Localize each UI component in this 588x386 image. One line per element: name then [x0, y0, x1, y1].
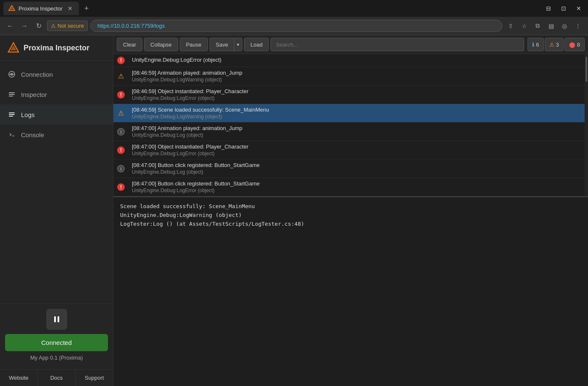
error-icon: ! [117, 57, 125, 64]
log-primary: [08:46:59] Animation played: animation_J… [132, 70, 581, 76]
security-badge: ⚠ Not secure [47, 21, 88, 31]
log-secondary: UnityEngine.Debug:Log (object) [132, 169, 581, 175]
save-button[interactable]: Save [210, 38, 234, 51]
log-entry[interactable]: ! [08:46:59] Object instantiated: Player… [113, 86, 585, 104]
tab-close-button[interactable]: ✕ [66, 5, 74, 12]
sidebar-item-inspector[interactable]: Inspector [0, 84, 113, 104]
log-secondary: UnityEngine.Debug:LogError (object) [132, 95, 581, 101]
log-entry-content: [08:47:00] Animation played: animation_J… [129, 123, 585, 141]
save-dropdown-button[interactable]: ▾ [234, 38, 242, 51]
back-button[interactable]: ← [4, 20, 16, 32]
error-badge-icon: ⬤ [569, 42, 575, 48]
log-entry[interactable]: ⚠ [08:46:59] Scene loaded successfully: … [113, 104, 585, 123]
svg-rect-11 [9, 116, 13, 117]
browser-chrome: Proxima Inspector ✕ + ⊟ ⊡ ✕ ← → ↻ ⚠ Not … [0, 0, 588, 35]
badge-group: ℹ 6 ⚠ 3 ⬤ 8 [528, 38, 585, 51]
docs-link[interactable]: Docs [38, 370, 76, 386]
svg-rect-9 [9, 112, 15, 113]
inspector-label: Inspector [21, 91, 47, 98]
warn-badge[interactable]: ⚠ 3 [545, 38, 564, 51]
sidebar-nav: Connection Inspector [0, 61, 113, 303]
log-list: ! UnityEngine.Debug:LogError (object) ⚠ … [113, 54, 585, 196]
log-icon-col: ! [113, 54, 129, 67]
maximize-button[interactable]: ⊡ [558, 3, 570, 14]
profile-button[interactable]: ◎ [559, 20, 570, 32]
log-entry[interactable]: ! [08:47:00] Button click registered: Bu… [113, 178, 585, 196]
error-icon: ! [117, 146, 125, 154]
search-input[interactable] [270, 38, 524, 51]
main-content: Clear Collapse Pause Save ▾ Load ℹ 6 ⚠ 3… [113, 35, 588, 386]
sidebar-item-connection[interactable]: Connection [0, 64, 113, 84]
log-entry[interactable]: i [08:47:00] Button click registered: Bu… [113, 159, 585, 178]
website-link[interactable]: Website [0, 370, 38, 386]
logs-toolbar: Clear Collapse Pause Save ▾ Load ℹ 6 ⚠ 3… [113, 35, 588, 54]
forward-button[interactable]: → [18, 20, 30, 32]
svg-rect-13 [54, 316, 56, 322]
warn-icon: ⚠ [117, 73, 125, 80]
share-button[interactable]: ⇧ [505, 20, 517, 32]
load-button[interactable]: Load [244, 38, 269, 51]
log-icon-col: ! [113, 178, 129, 196]
sidebar-header: Proxima Inspector [0, 35, 113, 61]
address-bar[interactable]: https://10.0.0.216:7759/logs [90, 20, 502, 32]
log-entry[interactable]: ! [08:47:00] Object instantiated: Player… [113, 141, 585, 159]
log-entry-content: [08:47:00] Button click registered: Butt… [129, 178, 585, 196]
inspector-icon [8, 90, 16, 99]
log-entry-content: [08:47:00] Object instantiated: Player_C… [129, 141, 585, 159]
warn-badge-icon: ⚠ [549, 42, 554, 48]
sidebar-title: Proxima Inspector [24, 44, 89, 52]
sidebar-item-console[interactable]: Console [0, 125, 113, 145]
sidebar-bottom: Connected My App 0.1 (Proxima) [0, 303, 113, 369]
logs-icon [8, 110, 16, 119]
svg-rect-10 [9, 114, 15, 115]
extensions-button[interactable]: ⧉ [532, 20, 543, 32]
app-layout: Proxima Inspector Connection [0, 35, 588, 386]
log-primary: UnityEngine.Debug:LogError (object) [132, 57, 581, 63]
log-icon-col: ⚠ [113, 104, 129, 122]
nav-bar: ← → ↻ ⚠ Not secure https://10.0.0.216:77… [0, 17, 588, 35]
log-primary: [08:46:59] Object instantiated: Player_C… [132, 88, 581, 94]
log-entry[interactable]: ⚠ [08:46:59] Animation played: animation… [113, 67, 585, 86]
log-entry-content: [08:46:59] Object instantiated: Player_C… [129, 86, 585, 104]
log-primary: [08:46:59] Scene loaded successfully: Sc… [132, 107, 581, 113]
log-entry-content: [08:47:00] Button click registered: Butt… [129, 159, 585, 177]
scrollbar-thumb[interactable] [585, 57, 587, 82]
pause-toolbar-button[interactable]: Pause [180, 38, 208, 51]
collapse-button[interactable]: Collapse [144, 38, 178, 51]
sidebar: Proxima Inspector Connection [0, 35, 113, 386]
log-secondary: UnityEngine.Debug:LogError (object) [132, 188, 581, 193]
save-button-group: Save ▾ [210, 38, 243, 51]
browser-tab[interactable]: Proxima Inspector ✕ [3, 2, 79, 15]
sidebar-footer-links: Website Docs Support [0, 369, 113, 386]
menu-button[interactable]: ⋮ [572, 20, 584, 32]
log-entry[interactable]: ! UnityEngine.Debug:LogError (object) [113, 54, 585, 67]
connected-badge: Connected [5, 334, 108, 351]
log-entry[interactable]: i [08:47:00] Animation played: animation… [113, 123, 585, 141]
connection-label: Connection [21, 71, 53, 78]
nav-actions: ⇧ ☆ ⧉ ▤ ◎ ⋮ [505, 20, 584, 32]
tab-title: Proxima Inspector [18, 5, 63, 12]
log-secondary: UnityEngine.Debug:LogWarning (object) [132, 77, 581, 83]
log-secondary: UnityEngine.Debug:Log (object) [132, 132, 581, 138]
window-controls: ⊟ ⊡ ✕ [543, 3, 585, 14]
support-link[interactable]: Support [76, 370, 113, 386]
new-tab-button[interactable]: + [81, 3, 92, 14]
info-badge[interactable]: ℹ 6 [528, 38, 543, 51]
clear-button[interactable]: Clear [117, 38, 142, 51]
console-icon [8, 130, 16, 139]
error-badge[interactable]: ⬤ 8 [564, 38, 585, 51]
sidebar-toggle-button[interactable]: ▤ [545, 20, 557, 32]
reload-button[interactable]: ↻ [33, 20, 45, 32]
error-icon: ! [117, 183, 125, 191]
detail-panel: Scene loaded successfully: Scene_MainMen… [113, 196, 588, 247]
close-button[interactable]: ✕ [573, 3, 585, 14]
proxima-logo [8, 42, 19, 54]
tab-bar: Proxima Inspector ✕ + ⊟ ⊡ ✕ [0, 0, 588, 17]
log-primary: [08:47:00] Object instantiated: Player_C… [132, 143, 581, 150]
sidebar-item-logs[interactable]: Logs [0, 104, 113, 125]
minimize-button[interactable]: ⊟ [543, 3, 554, 14]
bookmark-button[interactable]: ☆ [518, 20, 530, 32]
log-scrollbar[interactable] [585, 54, 588, 196]
pause-button[interactable] [46, 309, 67, 330]
info-badge-icon: ℹ [532, 42, 534, 48]
